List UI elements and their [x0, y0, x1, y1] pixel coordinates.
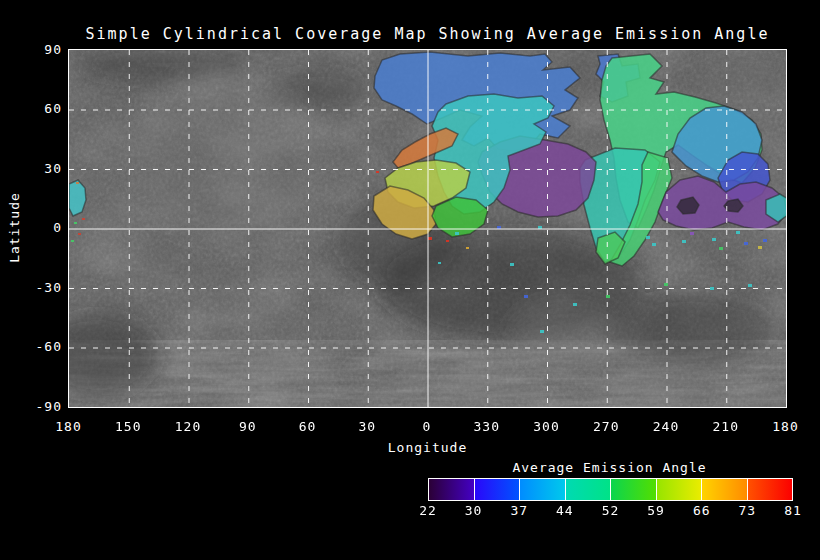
x-tick-label: 30	[358, 419, 376, 434]
coverage-speck	[744, 242, 748, 245]
x-tick-label: 240	[653, 419, 679, 434]
colorbar-segment	[475, 479, 521, 500]
coverage-speck	[540, 330, 544, 333]
map-canvas	[69, 50, 786, 407]
coverage-speck	[428, 237, 432, 240]
colorbar-tick-label: 52	[602, 503, 620, 518]
colorbar-segment	[611, 479, 657, 500]
coverage-speck	[510, 263, 514, 266]
coverage-speck	[719, 247, 723, 250]
coverage-speck	[376, 171, 379, 173]
coverage-speck	[606, 295, 610, 298]
colorbar-tick-label: 81	[784, 503, 802, 518]
coverage-map-figure: Simple Cylindrical Coverage Map Showing …	[0, 0, 820, 560]
coverage-speck	[682, 240, 686, 243]
coverage-speck	[455, 232, 459, 235]
coverage-speck	[76, 182, 79, 184]
colorbar-tick-label: 44	[556, 503, 574, 518]
coverage-speck	[438, 262, 441, 264]
coverage-speck	[710, 287, 714, 290]
coverage-speck	[646, 236, 650, 239]
coverage-speck	[712, 238, 716, 241]
y-axis-label: Latitude	[7, 168, 22, 288]
plot-area	[68, 49, 787, 408]
coverage-speck	[652, 243, 656, 246]
coverage-speck	[74, 222, 77, 224]
colorbar-tick-label: 66	[693, 503, 711, 518]
x-tick-label: 270	[593, 419, 619, 434]
coverage-speck	[736, 231, 740, 234]
coverage-speck	[573, 303, 577, 306]
x-tick-label: 330	[474, 419, 500, 434]
coverage-speck	[763, 239, 767, 242]
colorbar-segment	[520, 479, 566, 500]
y-tick-label: 60	[0, 101, 62, 117]
coverage-speck	[78, 233, 81, 235]
colorbar	[428, 478, 793, 501]
x-tick-label: 90	[239, 419, 257, 434]
y-tick-label: 90	[0, 42, 62, 58]
colorbar-segment	[657, 479, 703, 500]
coverage-speck	[748, 284, 752, 287]
coverage-speck	[524, 295, 528, 298]
coverage-speck	[758, 246, 762, 249]
colorbar-segment	[566, 479, 612, 500]
colorbar-title: Average Emission Angle	[428, 460, 791, 475]
x-tick-label: 150	[115, 419, 141, 434]
y-tick-label: -60	[0, 339, 62, 355]
x-tick-label: 0	[423, 419, 432, 434]
x-tick-label: 120	[175, 419, 201, 434]
colorbar-tick-label: 30	[465, 503, 483, 518]
x-tick-label: 60	[299, 419, 317, 434]
coverage-speck	[71, 240, 74, 242]
colorbar-tick-label: 73	[739, 503, 757, 518]
coverage-speck	[690, 232, 694, 235]
coverage-speck	[82, 218, 85, 220]
figure-title: Simple Cylindrical Coverage Map Showing …	[69, 25, 786, 43]
coverage-speck	[664, 283, 668, 286]
x-tick-label: 180	[772, 419, 798, 434]
colorbar-tick-label: 37	[510, 503, 528, 518]
coverage-speck	[446, 240, 449, 242]
colorbar-tick-label: 22	[419, 503, 437, 518]
x-tick-label: 300	[533, 419, 559, 434]
colorbar-segment	[702, 479, 748, 500]
colorbar-segment	[748, 479, 793, 500]
x-tick-label: 180	[55, 419, 81, 434]
colorbar-tick-label: 59	[647, 503, 665, 518]
x-tick-label: 210	[713, 419, 739, 434]
y-tick-label: -90	[0, 399, 62, 415]
x-axis-label: Longitude	[69, 440, 786, 455]
colorbar-segment	[429, 479, 475, 500]
coverage-speck	[466, 247, 469, 249]
